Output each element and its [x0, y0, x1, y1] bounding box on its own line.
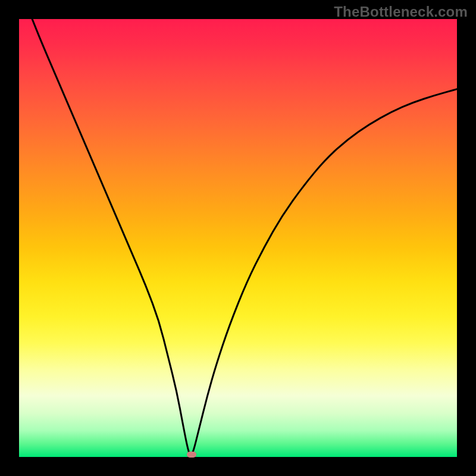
watermark-text: TheBottleneck.com [334, 4, 468, 20]
plot-area [19, 19, 457, 457]
optimal-point-marker [187, 452, 196, 458]
chart-frame: TheBottleneck.com [0, 0, 476, 476]
bottleneck-curve [19, 19, 457, 457]
